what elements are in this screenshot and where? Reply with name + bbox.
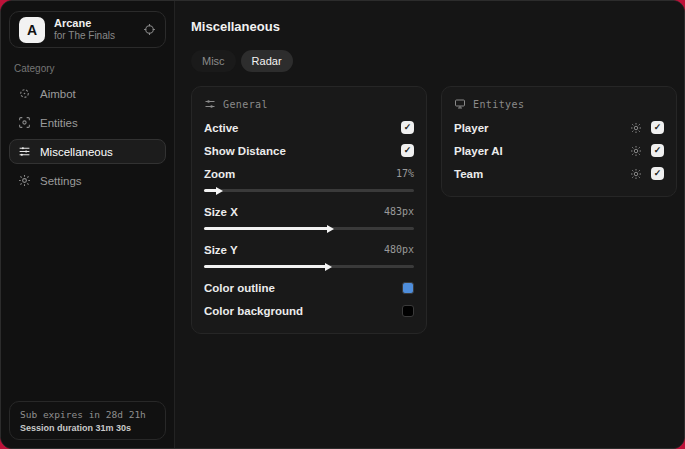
entities-panel: Entityes Player P [441,86,677,197]
app-logo: A [19,17,45,43]
slider-label-row: Zoom 17% [204,162,414,185]
brand-text: Arcane for The Finals [54,17,134,41]
general-panel-header: General [204,98,414,110]
checkbox-team[interactable] [651,167,664,180]
entity-label: Player AI [454,145,503,157]
setting-group-size-y: Size Y 480px [204,238,414,268]
setting-row-color-background: Color background [204,299,414,322]
setting-label: Color background [204,305,303,317]
tab-bar: Misc Radar [191,50,677,72]
entity-label: Team [454,168,483,180]
slider-size-x[interactable] [204,227,414,230]
slider-thumb[interactable] [216,187,223,195]
sidebar-item-miscellaneous[interactable]: Miscellaneous [9,139,166,164]
setting-label: Show Distance [204,145,286,157]
setting-group-zoom: Zoom 17% [204,162,414,192]
slider-fill [204,265,328,268]
slider-label-row: Size Y 480px [204,238,414,261]
sidebar-item-label: Entities [40,117,78,129]
setting-label: Size Y [204,244,238,256]
app-window: A Arcane for The Finals Category [0,0,685,449]
slider-thumb[interactable] [325,263,332,271]
slider-thumb[interactable] [327,225,334,233]
session-duration-text: Session duration 31m 30s [20,423,155,433]
checkbox-player[interactable] [651,121,664,134]
entity-controls [630,144,664,157]
main-content: Miscellaneous Misc Radar General [175,1,685,448]
page-title: Miscellaneous [191,19,677,34]
gear-icon[interactable] [630,122,642,134]
setting-row-color-outline: Color outline [204,276,414,299]
monitor-icon [454,98,466,110]
slider-zoom[interactable] [204,189,414,192]
entity-row-player: Player [454,116,664,139]
setting-group-size-x: Size X 483px [204,200,414,230]
tab-radar[interactable]: Radar [241,50,293,72]
sidebar-item-settings[interactable]: Settings [9,168,166,193]
setting-row-show-distance: Show Distance [204,139,414,162]
setting-row-active: Active [204,116,414,139]
slider-fill [204,227,330,230]
entities-panel-header: Entityes [454,98,664,110]
sidebar-nav: Aimbot Entities [9,81,166,193]
color-outline-swatch[interactable] [402,282,414,294]
general-panel: General Active Show Distance Zoom 17% [191,86,427,334]
category-label: Category [14,63,161,74]
tab-misc[interactable]: Misc [191,50,236,72]
entity-row-player-ai: Player AI [454,139,664,162]
sliders-icon [204,98,216,110]
general-panel-title: General [223,99,268,110]
sidebar-item-aimbot[interactable]: Aimbot [9,81,166,106]
sidebar-item-entities[interactable]: Entities [9,110,166,135]
gear-icon[interactable] [630,168,642,180]
entity-controls [630,167,664,180]
app-subtitle: for The Finals [54,30,134,42]
entity-label: Player [454,122,489,134]
entity-row-team: Team [454,162,664,185]
color-background-swatch[interactable] [402,305,414,317]
brand-card: A Arcane for The Finals [9,11,166,48]
slider-size-y[interactable] [204,265,414,268]
panels-row: General Active Show Distance Zoom 17% [191,86,677,334]
app-name: Arcane [54,17,134,30]
entities-panel-title: Entityes [473,99,524,110]
slider-value: 483px [384,206,414,217]
slider-label-row: Size X 483px [204,200,414,223]
slider-value: 17% [396,168,414,179]
subscription-status-card: Sub expires in 28d 21h Session duration … [9,401,166,440]
sidebar: A Arcane for The Finals Category [1,1,175,448]
gear-icon[interactable] [630,145,642,157]
sub-expiry-text: Sub expires in 28d 21h [20,409,155,420]
checkbox-active[interactable] [401,121,414,134]
sidebar-item-label: Settings [40,175,82,187]
crosshair-icon[interactable] [143,23,156,36]
entity-controls [630,121,664,134]
sidebar-item-label: Aimbot [40,88,76,100]
setting-label: Zoom [204,168,235,180]
setting-label: Color outline [204,282,275,294]
gear-icon [18,174,31,187]
scan-icon [18,116,31,129]
setting-label: Active [204,122,239,134]
checkbox-show-distance[interactable] [401,144,414,157]
slider-value: 480px [384,244,414,255]
sidebar-item-label: Miscellaneous [40,146,113,158]
setting-label: Size X [204,206,238,218]
checkbox-player-ai[interactable] [651,144,664,157]
crosshair-icon [18,87,31,100]
sliders-icon [18,145,31,158]
